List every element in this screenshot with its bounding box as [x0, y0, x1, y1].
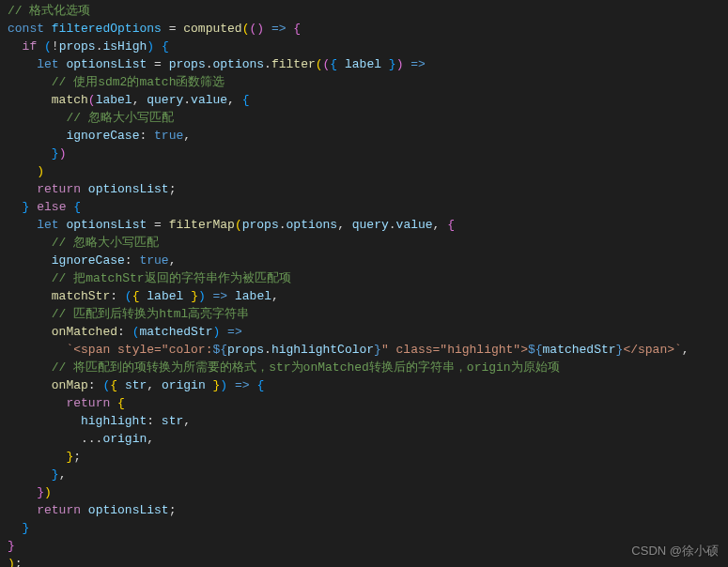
code-token: . — [183, 93, 191, 107]
code-token — [337, 57, 345, 71]
code-line: ignoreCase: true, — [8, 252, 720, 269]
code-line: const filteredOptions = computed(() => { — [8, 20, 720, 38]
code-token: ignoreCase — [66, 129, 139, 143]
code-token — [8, 75, 52, 89]
code-token — [220, 325, 227, 339]
code-line: `<span style="color:${props.highlightCol… — [8, 341, 720, 359]
code-line: if (!props.isHigh) { — [8, 38, 720, 55]
code-token: return — [37, 503, 81, 517]
code-token — [8, 111, 66, 125]
code-token — [227, 289, 235, 303]
code-token: isHigh — [102, 39, 147, 54]
code-token: optionsList — [88, 182, 169, 196]
code-token: : — [88, 378, 96, 392]
code-token: , — [227, 93, 242, 107]
code-token — [8, 253, 52, 268]
code-token: = — [147, 57, 168, 71]
code-token: , — [147, 432, 154, 446]
code-token: { — [73, 200, 81, 214]
code-token — [8, 164, 37, 178]
code-line: } else { — [8, 198, 720, 216]
code-token: : — [110, 289, 117, 303]
code-token: query — [352, 218, 389, 232]
code-token: // 格式化选项 — [8, 4, 90, 18]
code-token: " class="highlight"> — [381, 343, 528, 357]
code-token — [8, 146, 52, 161]
code-block: // 格式化选项const filteredOptions = computed… — [0, 0, 728, 567]
code-line: }, — [8, 466, 720, 483]
code-token: const — [8, 22, 52, 36]
code-line: // 格式化选项 — [8, 2, 720, 20]
code-token — [125, 325, 132, 339]
code-line: onMap: ({ str, origin }) => { — [8, 376, 720, 394]
code-token: , — [132, 93, 147, 107]
code-token — [381, 57, 389, 71]
code-line: ) — [8, 162, 720, 180]
code-token: ) — [198, 289, 206, 303]
code-line: // 将匹配到的项转换为所需要的格式，str为onMatched转换后的字符串，… — [8, 359, 720, 376]
code-line: ignoreCase: true, — [8, 127, 720, 145]
code-token: { — [242, 93, 250, 107]
code-token — [206, 289, 213, 303]
code-token: filterMap — [169, 218, 235, 232]
code-token: . — [264, 57, 271, 71]
code-token: ) — [37, 164, 44, 178]
code-token: query — [147, 93, 183, 107]
code-token: true — [139, 253, 168, 268]
code-line: } — [8, 537, 720, 555]
code-token — [8, 307, 52, 321]
code-token: props — [59, 39, 96, 54]
code-token — [8, 485, 37, 499]
code-line: let optionsList = filterMap(props.option… — [8, 216, 720, 234]
code-token: props — [227, 343, 264, 357]
code-line: ); — [8, 555, 720, 567]
code-token: , — [169, 253, 177, 268]
code-token: matchedStr — [139, 325, 212, 339]
code-token: // 忽略大小写匹配 — [52, 236, 159, 250]
code-token: value — [396, 218, 433, 232]
code-line: // 使用sdm2的match函数筛选 — [8, 73, 720, 91]
code-token: { — [117, 396, 125, 410]
code-token: // 忽略大小写匹配 — [66, 111, 173, 125]
code-token: , — [183, 129, 191, 143]
code-token: , — [147, 378, 162, 392]
code-token: => — [410, 57, 426, 71]
code-token: // 匹配到后转换为html高亮字符串 — [52, 307, 250, 321]
code-token — [147, 129, 154, 143]
code-line: ...origin, — [8, 430, 720, 448]
code-token: options — [287, 218, 338, 232]
code-token: : — [125, 253, 132, 268]
code-token: ; — [15, 557, 23, 567]
code-token — [8, 450, 66, 464]
code-token — [8, 360, 52, 375]
code-token — [154, 39, 162, 54]
code-token: } — [52, 467, 59, 482]
code-token: : — [117, 325, 125, 339]
code-token: let — [37, 218, 66, 232]
code-line: }; — [8, 448, 720, 466]
code-token — [110, 396, 117, 410]
code-token — [206, 378, 213, 392]
code-token: match — [52, 93, 88, 107]
code-token: = — [162, 22, 183, 36]
code-token: ${ — [528, 343, 543, 357]
code-token: options — [213, 57, 265, 71]
code-token — [81, 503, 88, 517]
code-token: matchStr — [52, 289, 110, 303]
code-token: ; — [169, 503, 177, 517]
code-token: highlight — [81, 414, 147, 428]
code-token: `<span style="color: — [66, 343, 212, 357]
code-token: ) — [8, 557, 15, 567]
code-token: ) — [44, 485, 52, 499]
code-token: ! — [52, 39, 59, 54]
code-token: let — [37, 57, 66, 71]
code-token: computed — [183, 22, 241, 36]
code-token: { — [162, 39, 169, 54]
code-token: true — [154, 129, 183, 143]
code-token: optionsList — [66, 218, 147, 232]
code-token — [8, 129, 66, 143]
code-line: } — [8, 519, 720, 537]
code-token — [8, 93, 52, 107]
code-token: value — [191, 93, 227, 107]
code-token: if — [23, 39, 38, 54]
